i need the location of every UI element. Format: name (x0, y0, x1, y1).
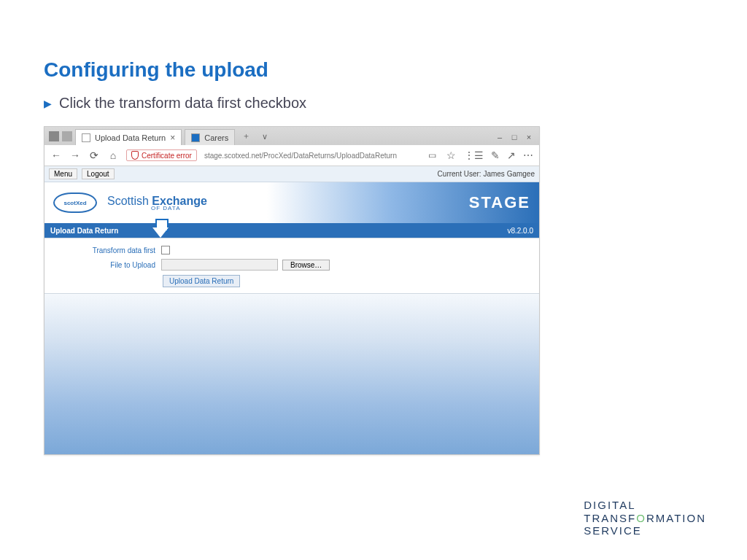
share-icon[interactable]: ↗ (507, 149, 516, 161)
close-tab-icon[interactable]: × (170, 133, 175, 143)
favorite-icon[interactable]: ☆ (445, 149, 457, 161)
home-button[interactable]: ⌂ (107, 149, 119, 161)
menu-button[interactable]: Menu (49, 168, 77, 179)
toolbar-right: ⋮☰ ✎ ↗ ⋯ (464, 149, 533, 161)
notes-icon[interactable]: ✎ (491, 149, 500, 161)
upload-form: Transform data first File to Upload Brow… (44, 238, 539, 294)
app-icon (62, 131, 72, 141)
transform-label: Transform data first (44, 246, 161, 254)
current-user: Current User: James Gamgee (438, 170, 535, 178)
favorites-list-icon[interactable]: ⋮☰ (464, 149, 484, 161)
certificate-error-badge[interactable]: Certificate error (126, 149, 197, 161)
browser-address-bar: ← → ⟳ ⌂ Certificate error stage.scotxed.… (44, 144, 539, 166)
url-text[interactable]: stage.scotxed.net/ProcXed/DataReturns/Up… (204, 152, 419, 160)
version-label: v8.2.0.0 (507, 227, 533, 235)
tab-label: Carers (204, 133, 228, 142)
brand-subtitle: OF DATA (151, 205, 207, 211)
app-icon (49, 131, 59, 141)
tab-label: Upload Data Return (95, 133, 166, 142)
callout-arrow-icon (152, 219, 169, 239)
browser-titlebar: Upload Data Return × Carers ＋ ∨ – □ × (44, 127, 539, 144)
browse-button[interactable]: Browse… (282, 260, 330, 271)
browser-tab-active[interactable]: Upload Data Return × (75, 129, 182, 145)
slide-title: Configuring the upload (44, 58, 703, 82)
more-icon[interactable]: ⋯ (523, 149, 533, 161)
new-tab-button[interactable]: ＋ (238, 131, 255, 144)
reading-view-icon[interactable]: ▭ (426, 149, 438, 161)
embedded-screenshot: Upload Data Return × Carers ＋ ∨ – □ × ← … (44, 126, 540, 455)
back-button[interactable]: ← (50, 149, 62, 161)
stage-badge: STAGE (469, 193, 530, 212)
app-menu-bar: Menu Logout Current User: James Gamgee (44, 166, 539, 182)
window-maximize-button[interactable]: □ (508, 133, 520, 141)
transform-data-first-checkbox[interactable] (161, 246, 170, 254)
upload-data-return-button[interactable]: Upload Data Return (163, 275, 240, 287)
shield-icon (131, 151, 139, 160)
file-label: File to Upload (44, 261, 161, 269)
tab-actions-icon[interactable]: ∨ (258, 132, 272, 144)
section-title: Upload Data Return (50, 227, 118, 235)
window-minimize-button[interactable]: – (494, 133, 506, 141)
cert-label: Certificate error (142, 152, 192, 160)
brand-header: scotXed Scottish Exchange OF DATA STAGE (44, 182, 539, 223)
refresh-button[interactable]: ⟳ (88, 149, 100, 161)
section-header-bar: Upload Data Return v8.2.0.0 (44, 223, 539, 238)
bullet-text: Click the transform data first checkbox (59, 95, 306, 112)
bullet-arrow-icon: ▶ (44, 98, 52, 109)
page-icon (191, 133, 200, 142)
footer-logo: DIGITAL TRANSFORMATION SERVICE (584, 499, 706, 537)
window-close-button[interactable]: × (523, 133, 535, 141)
forward-button[interactable]: → (69, 149, 81, 161)
bullet-item: ▶ Click the transform data first checkbo… (44, 95, 703, 112)
browser-tab[interactable]: Carers (185, 129, 235, 145)
content-background (44, 294, 539, 454)
logout-button[interactable]: Logout (82, 168, 115, 179)
page-icon (82, 133, 90, 142)
scotxed-logo: scotXed (53, 192, 97, 213)
file-path-input[interactable] (161, 259, 278, 271)
